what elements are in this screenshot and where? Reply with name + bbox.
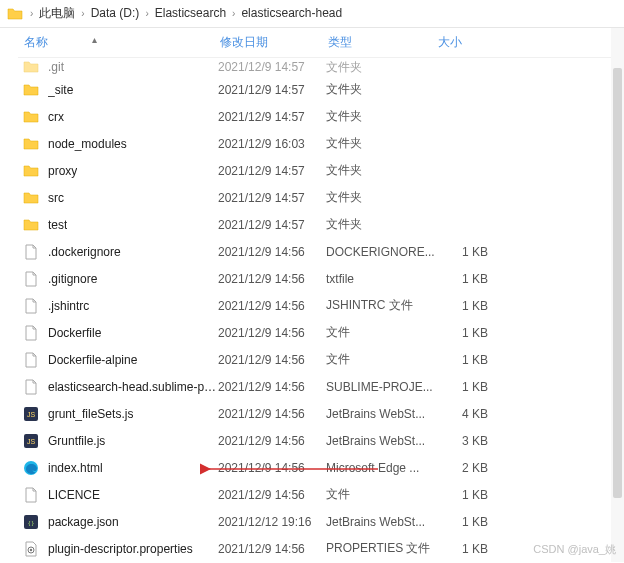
file-icon	[22, 486, 40, 504]
file-row[interactable]: Dockerfile2021/12/9 14:56文件1 KB	[18, 319, 624, 346]
file-size: 1 KB	[462, 515, 488, 529]
file-type: 文件夹	[326, 217, 362, 231]
file-modified: 2021/12/9 14:56	[218, 380, 305, 394]
file-name: .git	[48, 60, 64, 74]
file-row[interactable]: src2021/12/9 14:57文件夹	[18, 184, 624, 211]
file-modified: 2021/12/9 14:57	[218, 164, 305, 178]
breadcrumb-segment[interactable]: Elasticsearch	[151, 6, 230, 20]
file-type: JetBrains WebSt...	[326, 407, 425, 421]
file-name: grunt_fileSets.js	[48, 407, 133, 421]
file-modified: 2021/12/9 14:56	[218, 326, 305, 340]
file-row[interactable]: .jshintrc2021/12/9 14:56JSHINTRC 文件1 KB	[18, 292, 624, 319]
file-icon	[22, 378, 40, 396]
file-size: 1 KB	[462, 353, 488, 367]
vertical-scrollbar[interactable]	[611, 28, 624, 562]
column-modified-header[interactable]: 修改日期	[218, 34, 326, 51]
svg-point-8	[30, 548, 32, 550]
file-row[interactable]: JSGruntfile.js2021/12/9 14:56JetBrains W…	[18, 427, 624, 454]
file-modified: 2021/12/9 14:56	[218, 542, 305, 556]
column-headers: 名称 修改日期 类型 大小	[18, 28, 624, 58]
breadcrumb-segment[interactable]: Data (D:)	[87, 6, 144, 20]
breadcrumb[interactable]: › 此电脑›Data (D:)›Elasticsearch›elasticsea…	[0, 0, 624, 28]
file-type: PROPERTIES 文件	[326, 541, 430, 555]
file-row[interactable]: .dockerignore2021/12/9 14:56DOCKERIGNORE…	[18, 238, 624, 265]
file-name: plugin-descriptor.properties	[48, 542, 193, 556]
file-modified: 2021/12/9 14:57	[218, 218, 305, 232]
file-list: 名称 修改日期 类型 大小 .git2021/12/9 14:57文件夹_sit…	[18, 28, 624, 562]
file-row[interactable]: proxy2021/12/9 14:57文件夹	[18, 157, 624, 184]
chevron-right-icon: ›	[143, 8, 150, 19]
svg-text:JS: JS	[27, 438, 36, 445]
file-row[interactable]: node_modules2021/12/9 16:03文件夹	[18, 130, 624, 157]
file-type: JetBrains WebSt...	[326, 515, 425, 529]
breadcrumb-segment[interactable]: 此电脑	[35, 6, 79, 20]
file-name: crx	[48, 110, 64, 124]
file-type: SUBLIME-PROJE...	[326, 380, 433, 394]
file-row[interactable]: JSgrunt_fileSets.js2021/12/9 14:56JetBra…	[18, 400, 624, 427]
file-name: Dockerfile	[48, 326, 101, 340]
file-name: .jshintrc	[48, 299, 89, 313]
file-modified: 2021/12/9 14:56	[218, 461, 305, 475]
file-icon	[22, 324, 40, 342]
folder-icon	[22, 189, 40, 207]
file-row[interactable]: .gitignore2021/12/9 14:56txtfile1 KB	[18, 265, 624, 292]
file-type: 文件夹	[326, 190, 362, 204]
svg-text:{ }: { }	[28, 520, 34, 526]
file-name: test	[48, 218, 67, 232]
file-row[interactable]: { }package.json2021/12/12 19:16JetBrains…	[18, 508, 624, 535]
file-type: JetBrains WebSt...	[326, 434, 425, 448]
file-row[interactable]: .git2021/12/9 14:57文件夹	[18, 58, 624, 76]
file-row[interactable]: _site2021/12/9 14:57文件夹	[18, 76, 624, 103]
chevron-right-icon: ›	[79, 8, 86, 19]
file-name: proxy	[48, 164, 77, 178]
file-row[interactable]: test2021/12/9 14:57文件夹	[18, 211, 624, 238]
js-icon: JS	[22, 432, 40, 450]
file-name: Gruntfile.js	[48, 434, 105, 448]
json-icon: { }	[22, 513, 40, 531]
js-icon: JS	[22, 405, 40, 423]
file-icon	[22, 351, 40, 369]
scrollbar-thumb[interactable]	[613, 68, 622, 498]
file-modified: 2021/12/9 14:56	[218, 488, 305, 502]
file-name: node_modules	[48, 137, 127, 151]
file-modified: 2021/12/9 14:57	[218, 60, 305, 74]
file-type: 文件夹	[326, 82, 362, 96]
file-name: package.json	[48, 515, 119, 529]
file-name: src	[48, 191, 64, 205]
file-size: 1 KB	[462, 488, 488, 502]
file-name: _site	[48, 83, 73, 97]
file-size: 2 KB	[462, 461, 488, 475]
file-type: txtfile	[326, 272, 354, 286]
file-size: 1 KB	[462, 542, 488, 556]
file-name: Dockerfile-alpine	[48, 353, 137, 367]
file-row[interactable]: elasticsearch-head.sublime-project2021/1…	[18, 373, 624, 400]
file-row[interactable]: index.html2021/12/9 14:56Microsoft Edge …	[18, 454, 624, 481]
file-row[interactable]: plugin-descriptor.properties2021/12/9 14…	[18, 535, 624, 562]
file-modified: 2021/12/9 14:57	[218, 110, 305, 124]
file-size: 3 KB	[462, 434, 488, 448]
file-type: 文件	[326, 487, 350, 501]
file-type: 文件	[326, 325, 350, 339]
folder-icon	[22, 135, 40, 153]
file-type: JSHINTRC 文件	[326, 298, 413, 312]
file-icon	[22, 243, 40, 261]
file-modified: 2021/12/9 16:03	[218, 137, 305, 151]
file-modified: 2021/12/9 14:56	[218, 299, 305, 313]
breadcrumb-segment[interactable]: elasticsearch-head	[237, 6, 346, 20]
column-size-header[interactable]: 大小	[436, 34, 496, 51]
file-modified: 2021/12/9 14:57	[218, 191, 305, 205]
folder-icon	[6, 5, 24, 23]
file-type: 文件夹	[326, 109, 362, 123]
file-type: 文件夹	[326, 163, 362, 177]
column-type-header[interactable]: 类型	[326, 34, 436, 51]
file-name: index.html	[48, 461, 103, 475]
file-icon	[22, 270, 40, 288]
folder-icon	[22, 216, 40, 234]
file-modified: 2021/12/12 19:16	[218, 515, 311, 529]
file-row[interactable]: LICENCE2021/12/9 14:56文件1 KB	[18, 481, 624, 508]
file-row[interactable]: Dockerfile-alpine2021/12/9 14:56文件1 KB	[18, 346, 624, 373]
folder-icon	[22, 58, 40, 76]
file-type: Microsoft Edge ...	[326, 461, 419, 475]
file-row[interactable]: crx2021/12/9 14:57文件夹	[18, 103, 624, 130]
column-name-header[interactable]: 名称	[22, 34, 218, 51]
